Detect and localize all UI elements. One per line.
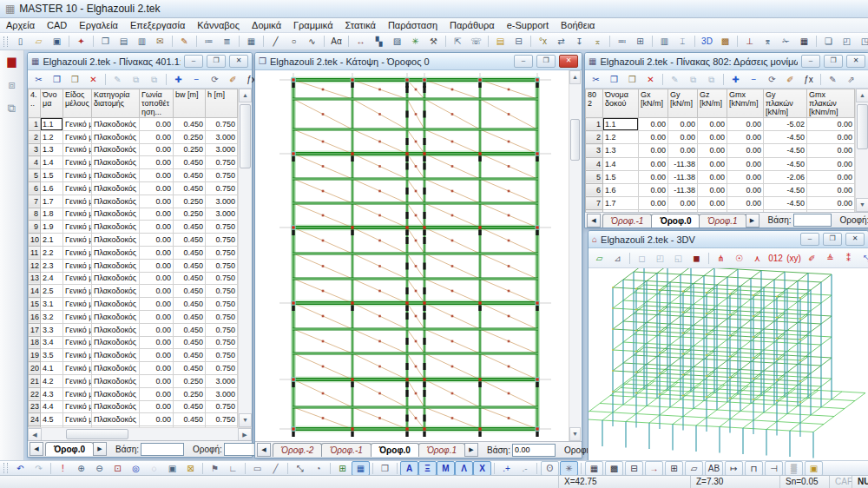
draw-spline-icon[interactable]: ∿ [303,34,321,49]
flag-icon[interactable]: ⚑ [206,461,224,476]
database-icon[interactable]: ▤ [491,34,510,49]
scroll-down-icon[interactable]: ▼ [856,198,868,212]
3dv-titlebar[interactable]: ⌂ Elghazouli 2.tek - 3DV – ❐ ✕ [589,231,868,248]
table-row[interactable]: 173.3Γενικό μεΠλακοδοκός0.000.4500.750 [29,323,238,336]
draw-line-icon[interactable]: ╱ [266,34,285,49]
tab-Όροφ.0[interactable]: Όροφ.0 [371,443,419,457]
point-plus-icon[interactable]: .+ [497,461,516,476]
snap-extend-icon[interactable]: ↦ [725,461,743,476]
close-button[interactable]: ✕ [229,55,248,68]
tab-Όροφ.1[interactable]: Όροφ.1 [699,214,746,228]
scroll-up-icon[interactable]: ▲ [569,70,581,84]
menu-11[interactable]: Βοήθεια [555,18,601,32]
table-row[interactable]: 112.2Γενικό μεΠλακοδοκός0.000.4500.750 [29,246,238,259]
tab-Όροφ.0[interactable]: Όροφ.0 [651,214,700,228]
view-disabled-3-icon[interactable]: ◱ [669,251,687,266]
edit-icon[interactable]: ✎ [824,72,842,87]
menu-5[interactable]: Δομικά [246,18,287,32]
minimize-button[interactable]: – [801,55,820,68]
column-header-0[interactable]: 4... [29,89,41,118]
table-row[interactable]: 51.5Γενικό μεΠλακοδοκός0.000.4500.750 [29,169,238,182]
grid-toggle-icon[interactable]: ▦ [352,461,370,476]
window-cascade-icon[interactable]: ⧈ [3,77,21,92]
zoom-image-icon[interactable]: ▣ [163,461,181,476]
table-row[interactable]: 41.4Γενικό μεΠλακοδοκός0.000.4500.750 [29,156,238,169]
network-print-icon[interactable]: ▥ [655,34,674,49]
column-header-5[interactable]: bw [m] [174,89,206,118]
figure-icon[interactable]: ⋏ [748,251,766,266]
column-header-2[interactable]: Είδος μέλους [63,89,92,118]
pick-icon[interactable]: ✎ [108,72,127,87]
column-header-1[interactable]: Όνομα δοκού [603,89,639,118]
snap-fill-icon[interactable]: ▒ [785,461,803,476]
print-preview-icon[interactable]: ▥ [133,34,151,49]
letter-x-icon[interactable]: X [473,461,491,476]
table-row[interactable]: 132.4Γενικό μεΠλακοδοκός0.000.4500.750 [29,272,238,285]
letter-lambda-icon[interactable]: Λ [455,461,473,476]
merge-disabled-icon[interactable]: ⧉ [702,72,720,87]
maximize-button[interactable]: ❐ [823,233,842,246]
sort-descending-icon[interactable]: ↧ [570,34,589,49]
list-add-icon[interactable]: ≕ [613,34,631,49]
copy-icon[interactable]: ❐ [48,72,66,87]
table-row[interactable]: 21.20.000.000.000.00-4.500.00 [586,131,855,144]
dimensions-2-icon[interactable]: ⁑ [839,251,858,266]
snap-grid-icon[interactable]: ▦ [585,461,603,476]
menu-8[interactable]: Παράσταση [382,18,444,32]
tab-prev-icon[interactable]: ◀ [30,442,43,456]
minimize-button[interactable]: – [800,233,819,246]
menu-10[interactable]: e-Support [501,18,555,32]
view-disabled-1-icon[interactable]: ◻ [633,251,651,266]
export-window-icon[interactable]: ⇱ [449,34,467,49]
polygon-select-icon[interactable]: ▱ [590,251,608,266]
menu-1[interactable]: CAD [41,18,73,32]
send-mail-icon[interactable]: ✉ [151,34,169,49]
project-book-icon[interactable]: ▆ [3,54,21,69]
cut-icon[interactable]: ✂ [30,72,48,87]
draw-circle-icon[interactable]: ○ [285,34,303,49]
tab-Όροφ.-2[interactable]: Όροφ.-2 [273,443,322,457]
snap-toggle-icon[interactable]: ✳ [560,461,578,476]
tab-Όροφ.0[interactable]: Όροφ.0 [45,442,94,456]
column-header-4[interactable]: Gz [kN/m] [698,89,727,118]
column-header-7[interactable]: Gmx πλακών [kNm/m] [807,89,855,118]
undo-icon[interactable]: ↶ [11,461,30,476]
vertical-scrollbar[interactable]: ▲ ▼ [855,89,868,212]
text-tool-icon[interactable]: Aα [327,34,345,49]
column-header-6[interactable]: Gy πλακών [kN/m] [764,89,807,118]
table-row[interactable]: 31.3Γενικό μεΠλακοδοκός0.000.2503.000 [29,143,238,156]
plan-canvas[interactable]: ▲ ▼ [255,70,582,441]
snap-beam-icon[interactable]: ⊓ [745,461,763,476]
new-file-icon[interactable]: ▯ [11,34,30,49]
table-row[interactable]: 142.5Γενικό μεΠλακοδοκός0.000.4500.750 [29,285,238,298]
numbering-icon[interactable]: 012 [766,251,785,266]
table-row[interactable]: 71.7Γενικό μεΠλακοδοκός0.000.2503.000 [29,195,238,208]
table-row[interactable]: 204.1Γενικό μεΠλακοδοκός0.000.4500.750 [29,362,238,375]
table-row[interactable]: 31.30.000.000.000.00-4.500.00 [586,144,855,157]
table-row[interactable]: 11.10.000.000.000.00-5.020.00 [586,118,855,131]
table-row[interactable]: 224.3Γενικό μεΠλακοδοκός0.000.2503.000 [29,387,238,400]
delete-icon[interactable]: ✕ [641,72,660,87]
snap-hatch-icon[interactable]: ▩ [605,461,623,476]
table-row[interactable]: 214.2Γενικό μεΠλακοδοκός0.000.2503.000 [29,374,238,387]
menu-6[interactable]: Γραμμικά [287,18,339,32]
zoom-selected-icon[interactable]: ◎ [127,461,145,476]
close-button[interactable]: ✕ [846,55,865,68]
refresh-icon[interactable]: ⟳ [763,72,781,87]
snap-cross-icon[interactable]: ⊞ [665,461,683,476]
column-header-2[interactable]: Gx [kN/m] [639,89,668,118]
angle-icon[interactable]: ∟ [224,461,242,476]
letter-xi-icon[interactable]: Ξ [418,461,437,476]
pick-icon[interactable]: ✎ [666,72,684,87]
menu-9[interactable]: Παράθυρα [444,18,501,32]
base-input[interactable] [141,443,184,456]
window-layout-2-icon[interactable]: ◰ [838,34,856,49]
window-layout-1-icon[interactable]: ❏ [819,34,838,49]
save-file-icon[interactable]: ▣ [48,34,66,49]
3d-canvas[interactable] [589,268,868,460]
window-layout-3-icon[interactable]: ◳ [856,34,868,49]
grid-icon[interactable]: ▦ [242,34,260,49]
structural-elements-icon[interactable]: ▚ [370,34,388,49]
formula-icon[interactable]: ƒx [799,72,818,87]
snap-edge-icon[interactable]: ⊟ [625,461,643,476]
